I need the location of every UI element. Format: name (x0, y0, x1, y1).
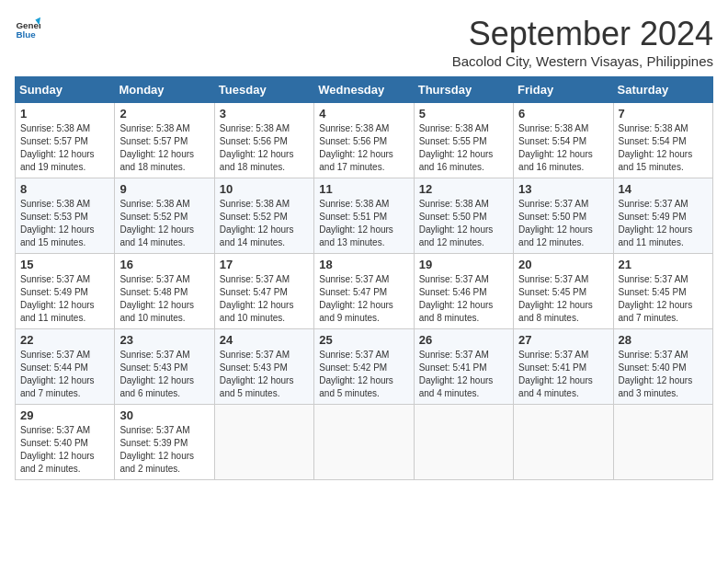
calendar-cell: 15Sunrise: 5:37 AM Sunset: 5:49 PM Dayli… (16, 254, 115, 329)
day-number: 6 (518, 107, 608, 121)
weekday-header-wednesday: Wednesday (314, 77, 414, 103)
day-number: 25 (319, 333, 408, 347)
day-number: 30 (119, 408, 209, 422)
calendar-cell: 17Sunrise: 5:37 AM Sunset: 5:47 PM Dayli… (214, 254, 313, 329)
weekday-header-row: SundayMondayTuesdayWednesdayThursdayFrid… (16, 77, 713, 103)
calendar-cell: 8Sunrise: 5:38 AM Sunset: 5:53 PM Daylig… (16, 178, 115, 254)
calendar-week-row-2: 8Sunrise: 5:38 AM Sunset: 5:53 PM Daylig… (16, 178, 713, 254)
calendar-cell: 23Sunrise: 5:37 AM Sunset: 5:43 PM Dayli… (115, 329, 214, 405)
calendar-cell (414, 405, 513, 480)
day-info: Sunrise: 5:38 AM Sunset: 5:52 PM Dayligh… (119, 198, 209, 249)
weekday-header-monday: Monday (115, 77, 214, 103)
day-info: Sunrise: 5:37 AM Sunset: 5:49 PM Dayligh… (20, 273, 109, 325)
day-info: Sunrise: 5:37 AM Sunset: 5:47 PM Dayligh… (319, 273, 408, 325)
calendar-week-row-5: 29Sunrise: 5:37 AM Sunset: 5:40 PM Dayli… (16, 405, 713, 480)
day-info: Sunrise: 5:38 AM Sunset: 5:56 PM Dayligh… (319, 122, 408, 174)
day-info: Sunrise: 5:37 AM Sunset: 5:40 PM Dayligh… (20, 424, 109, 476)
calendar-cell: 21Sunrise: 5:37 AM Sunset: 5:45 PM Dayli… (613, 254, 712, 329)
calendar-cell (214, 405, 313, 480)
day-number: 1 (20, 107, 109, 121)
day-info: Sunrise: 5:37 AM Sunset: 5:50 PM Dayligh… (518, 198, 608, 249)
calendar-cell: 5Sunrise: 5:38 AM Sunset: 5:55 PM Daylig… (414, 103, 513, 178)
day-number: 7 (619, 107, 708, 121)
calendar-cell: 2Sunrise: 5:38 AM Sunset: 5:57 PM Daylig… (115, 103, 214, 178)
calendar-cell: 30Sunrise: 5:37 AM Sunset: 5:39 PM Dayli… (115, 405, 214, 480)
day-number: 5 (419, 107, 508, 121)
day-number: 9 (119, 182, 209, 196)
calendar-week-row-3: 15Sunrise: 5:37 AM Sunset: 5:49 PM Dayli… (16, 254, 713, 329)
day-info: Sunrise: 5:38 AM Sunset: 5:53 PM Dayligh… (20, 198, 109, 249)
calendar-table: SundayMondayTuesdayWednesdayThursdayFrid… (15, 76, 713, 480)
title-block: September 2024 Bacolod City, Western Vis… (452, 15, 713, 69)
day-info: Sunrise: 5:38 AM Sunset: 5:51 PM Dayligh… (319, 198, 408, 249)
calendar-week-row-1: 1Sunrise: 5:38 AM Sunset: 5:57 PM Daylig… (16, 103, 713, 178)
calendar-cell: 6Sunrise: 5:38 AM Sunset: 5:54 PM Daylig… (514, 103, 613, 178)
day-number: 20 (518, 258, 608, 271)
day-info: Sunrise: 5:37 AM Sunset: 5:44 PM Dayligh… (20, 349, 109, 400)
calendar-cell: 26Sunrise: 5:37 AM Sunset: 5:41 PM Dayli… (414, 329, 513, 405)
calendar-subtitle: Bacolod City, Western Visayas, Philippin… (452, 53, 713, 69)
day-number: 2 (119, 107, 209, 121)
calendar-cell: 11Sunrise: 5:38 AM Sunset: 5:51 PM Dayli… (314, 178, 414, 254)
calendar-cell: 20Sunrise: 5:37 AM Sunset: 5:45 PM Dayli… (514, 254, 613, 329)
day-info: Sunrise: 5:38 AM Sunset: 5:52 PM Dayligh… (220, 198, 309, 249)
calendar-cell: 16Sunrise: 5:37 AM Sunset: 5:48 PM Dayli… (115, 254, 214, 329)
calendar-cell (514, 405, 613, 480)
day-number: 15 (20, 258, 109, 271)
calendar-cell: 24Sunrise: 5:37 AM Sunset: 5:43 PM Dayli… (214, 329, 313, 405)
day-info: Sunrise: 5:37 AM Sunset: 5:41 PM Dayligh… (518, 349, 608, 400)
day-info: Sunrise: 5:37 AM Sunset: 5:40 PM Dayligh… (619, 349, 708, 400)
page-header: General Blue September 2024 Bacolod City… (15, 15, 713, 69)
day-number: 23 (119, 333, 209, 347)
day-info: Sunrise: 5:37 AM Sunset: 5:39 PM Dayligh… (119, 424, 209, 476)
calendar-cell: 22Sunrise: 5:37 AM Sunset: 5:44 PM Dayli… (16, 329, 115, 405)
calendar-cell: 28Sunrise: 5:37 AM Sunset: 5:40 PM Dayli… (613, 329, 712, 405)
day-number: 10 (220, 182, 309, 196)
calendar-cell: 3Sunrise: 5:38 AM Sunset: 5:56 PM Daylig… (214, 103, 313, 178)
weekday-header-sunday: Sunday (16, 77, 115, 103)
day-number: 14 (619, 182, 708, 196)
calendar-cell: 27Sunrise: 5:37 AM Sunset: 5:41 PM Dayli… (514, 329, 613, 405)
day-number: 21 (619, 258, 708, 271)
day-info: Sunrise: 5:37 AM Sunset: 5:41 PM Dayligh… (419, 349, 508, 400)
calendar-cell: 7Sunrise: 5:38 AM Sunset: 5:54 PM Daylig… (613, 103, 712, 178)
day-info: Sunrise: 5:37 AM Sunset: 5:45 PM Dayligh… (518, 273, 608, 325)
day-number: 29 (20, 408, 109, 422)
day-info: Sunrise: 5:37 AM Sunset: 5:46 PM Dayligh… (419, 273, 508, 325)
calendar-cell: 19Sunrise: 5:37 AM Sunset: 5:46 PM Dayli… (414, 254, 513, 329)
calendar-cell: 25Sunrise: 5:37 AM Sunset: 5:42 PM Dayli… (314, 329, 414, 405)
calendar-cell: 1Sunrise: 5:38 AM Sunset: 5:57 PM Daylig… (16, 103, 115, 178)
calendar-title: September 2024 (452, 15, 713, 53)
weekday-header-saturday: Saturday (613, 77, 712, 103)
day-number: 8 (20, 182, 109, 196)
day-info: Sunrise: 5:38 AM Sunset: 5:57 PM Dayligh… (119, 122, 209, 174)
day-number: 4 (319, 107, 408, 121)
calendar-cell: 4Sunrise: 5:38 AM Sunset: 5:56 PM Daylig… (314, 103, 414, 178)
calendar-cell: 9Sunrise: 5:38 AM Sunset: 5:52 PM Daylig… (115, 178, 214, 254)
day-info: Sunrise: 5:37 AM Sunset: 5:43 PM Dayligh… (220, 349, 309, 400)
day-info: Sunrise: 5:37 AM Sunset: 5:47 PM Dayligh… (220, 273, 309, 325)
svg-text:Blue: Blue (16, 29, 36, 40)
logo: General Blue (15, 15, 40, 40)
day-number: 3 (220, 107, 309, 121)
day-number: 27 (518, 333, 608, 347)
day-number: 16 (119, 258, 209, 271)
day-info: Sunrise: 5:37 AM Sunset: 5:48 PM Dayligh… (119, 273, 209, 325)
day-info: Sunrise: 5:38 AM Sunset: 5:55 PM Dayligh… (419, 122, 508, 174)
calendar-cell (613, 405, 712, 480)
calendar-cell: 14Sunrise: 5:37 AM Sunset: 5:49 PM Dayli… (613, 178, 712, 254)
calendar-cell: 13Sunrise: 5:37 AM Sunset: 5:50 PM Dayli… (514, 178, 613, 254)
calendar-cell: 12Sunrise: 5:38 AM Sunset: 5:50 PM Dayli… (414, 178, 513, 254)
calendar-cell: 29Sunrise: 5:37 AM Sunset: 5:40 PM Dayli… (16, 405, 115, 480)
logo-icon: General Blue (15, 15, 40, 40)
day-number: 28 (619, 333, 708, 347)
calendar-cell (314, 405, 414, 480)
calendar-cell: 18Sunrise: 5:37 AM Sunset: 5:47 PM Dayli… (314, 254, 414, 329)
day-info: Sunrise: 5:38 AM Sunset: 5:50 PM Dayligh… (419, 198, 508, 249)
weekday-header-tuesday: Tuesday (214, 77, 313, 103)
calendar-week-row-4: 22Sunrise: 5:37 AM Sunset: 5:44 PM Dayli… (16, 329, 713, 405)
day-number: 22 (20, 333, 109, 347)
day-number: 19 (419, 258, 508, 271)
day-info: Sunrise: 5:37 AM Sunset: 5:45 PM Dayligh… (619, 273, 708, 325)
day-info: Sunrise: 5:38 AM Sunset: 5:54 PM Dayligh… (518, 122, 608, 174)
